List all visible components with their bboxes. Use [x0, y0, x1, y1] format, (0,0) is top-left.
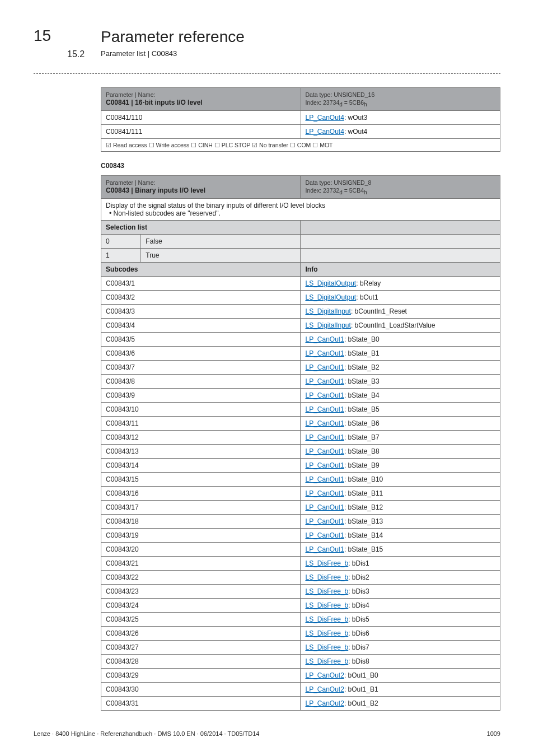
subcode-info: LP_CanOut1: bState_B6 [301, 417, 500, 431]
subcode-info: LP_CanOut1: bState_B14 [301, 529, 500, 543]
link[interactable]: LP_CanOut1 [305, 517, 344, 525]
section-title: Parameter list | C00843 [101, 49, 500, 58]
divider [34, 73, 500, 74]
subcode-info: LS_DigitalOutput: bOut1 [301, 291, 500, 305]
link[interactable]: LP_CanOut1 [305, 419, 344, 427]
link[interactable]: LP_CanOut1 [305, 531, 344, 539]
link[interactable]: LS_DisFree_b [305, 615, 348, 623]
t1-dtype: Data type: UNSIGNED_16 [306, 91, 375, 98]
link[interactable]: LP_CanOut1 [305, 447, 344, 455]
subcode-info: LS_DisFree_b: bDis3 [301, 585, 500, 599]
link[interactable]: LS_DigitalOutput [305, 279, 356, 287]
subcode-info: LS_DisFree_b: bDis6 [301, 627, 500, 641]
subcode: C00843/10 [101, 403, 301, 417]
subcode: C00843/17 [101, 501, 301, 515]
subcode: C00843/26 [101, 627, 301, 641]
link[interactable]: LS_DigitalOutput [305, 293, 356, 301]
subcode: C00843/22 [101, 571, 301, 585]
link[interactable]: LP_CanOut4 [306, 128, 344, 136]
param-table-c00843: Parameter | Name: C00843 | Binary inputs… [101, 175, 500, 711]
subcode-info: LP_CanOut1: bState_B15 [301, 543, 500, 557]
subcode: C00843/15 [101, 473, 301, 487]
selection-list-empty [301, 221, 500, 235]
subcode-info: LP_CanOut2: bOut1_B2 [301, 697, 500, 711]
t1-code: C00841/110 [101, 111, 301, 125]
link[interactable]: LP_CanOut1 [305, 433, 344, 441]
chapter-title: Parameter reference [101, 28, 500, 46]
link[interactable]: LS_DigitalInput [305, 307, 350, 315]
link[interactable]: LP_CanOut1 [305, 489, 344, 497]
subcode: C00843/8 [101, 375, 301, 389]
t1-footer: ☑ Read access ☐ Write access ☐ CINH ☐ PL… [101, 139, 500, 152]
subcode-info: LP_CanOut1: bState_B12 [301, 501, 500, 515]
link[interactable]: LP_CanOut1 [305, 391, 344, 399]
link[interactable]: LS_DisFree_b [305, 559, 348, 567]
link[interactable]: LP_CanOut1 [305, 405, 344, 413]
link[interactable]: LS_DisFree_b [305, 629, 348, 637]
link[interactable]: LP_CanOut1 [305, 349, 344, 357]
subcode-info: LP_CanOut1: bState_B10 [301, 473, 500, 487]
link[interactable]: LP_CanOut2 [305, 685, 344, 693]
link[interactable]: LP_CanOut2 [305, 671, 344, 679]
link[interactable]: LP_CanOut1 [305, 475, 344, 483]
t1-info: LP_CanOut4: wOut4 [301, 125, 500, 139]
t1-code: C00841/111 [101, 125, 301, 139]
subcode: C00843/21 [101, 557, 301, 571]
link[interactable]: LP_CanOut1 [305, 335, 344, 343]
selection-list-label: Selection list [101, 221, 301, 235]
sel-num: 1 [101, 249, 141, 263]
subcode: C00843/5 [101, 333, 301, 347]
link[interactable]: LP_CanOut1 [305, 545, 344, 553]
subcode-info: LP_CanOut1: bState_B8 [301, 445, 500, 459]
t2-desc: Display of the signal status of the bina… [101, 199, 500, 221]
subcode-info: LP_CanOut1: bState_B3 [301, 375, 500, 389]
subcode-info: LS_DigitalInput: bCountIn1_LoadStartValu… [301, 319, 500, 333]
sel-num: 0 [101, 235, 141, 249]
chapter-number: 15 [34, 27, 51, 45]
subcode: C00843/19 [101, 529, 301, 543]
link[interactable]: LS_DisFree_b [305, 657, 348, 665]
link[interactable]: LP_CanOut2 [305, 699, 344, 707]
subcode-info: LP_CanOut1: bState_B5 [301, 403, 500, 417]
subcode: C00843/25 [101, 613, 301, 627]
subcode: C00843/24 [101, 599, 301, 613]
sel-val: False [141, 235, 301, 249]
subcode: C00843/23 [101, 585, 301, 599]
subcode-info: LS_DigitalOutput: bRelay [301, 277, 500, 291]
subcode: C00843/16 [101, 487, 301, 501]
subcode: C00843/13 [101, 445, 301, 459]
link[interactable]: LS_DisFree_b [305, 643, 348, 651]
section-number: 15.2 [67, 49, 101, 59]
t2-dtype: Data type: UNSIGNED_8 [305, 179, 371, 186]
subcode: C00843/27 [101, 641, 301, 655]
link[interactable]: LP_CanOut4 [306, 114, 344, 122]
subcode: C00843/2 [101, 291, 301, 305]
link[interactable]: LP_CanOut1 [305, 377, 344, 385]
subcode: C00843/7 [101, 361, 301, 375]
subcode: C00843/12 [101, 431, 301, 445]
info-label: Info [301, 263, 500, 277]
subcode: C00843/28 [101, 655, 301, 669]
link[interactable]: LS_DigitalInput [305, 321, 350, 329]
subcode-info: LS_DisFree_b: bDis5 [301, 613, 500, 627]
link[interactable]: LS_DisFree_b [305, 587, 348, 595]
t2-header-code: C00843 | Binary inputs I/O level [106, 186, 205, 194]
t2-header-label: Parameter | Name: [106, 179, 156, 186]
link[interactable]: LS_DisFree_b [305, 573, 348, 581]
link[interactable]: LP_CanOut1 [305, 503, 344, 511]
link[interactable]: LP_CanOut1 [305, 363, 344, 371]
subcode-info: LS_DisFree_b: bDis2 [301, 571, 500, 585]
subcode: C00843/4 [101, 319, 301, 333]
link[interactable]: LS_DisFree_b [305, 601, 348, 609]
subcode: C00843/14 [101, 459, 301, 473]
subcode: C00843/18 [101, 515, 301, 529]
link[interactable]: LP_CanOut1 [305, 461, 344, 469]
subcode-info: LP_CanOut1: bState_B13 [301, 515, 500, 529]
footer-left: Lenze · 8400 HighLine · Referenzhandbuch… [34, 730, 259, 737]
t1-header-label: Parameter | Name: [106, 91, 156, 98]
sel-val: True [141, 249, 301, 263]
sel-empty [301, 235, 500, 249]
sel-empty [301, 249, 500, 263]
subcode-info: LS_DigitalInput: bCountIn1_Reset [301, 305, 500, 319]
subcode-info: LP_CanOut1: bState_B11 [301, 487, 500, 501]
